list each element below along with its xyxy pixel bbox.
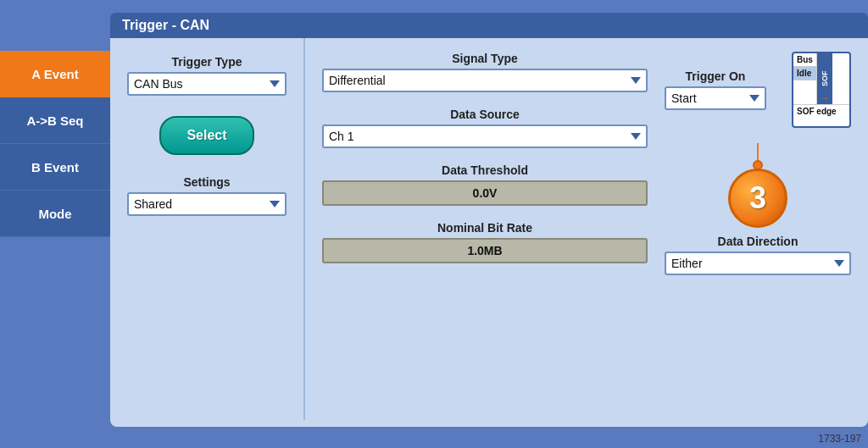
data-source-value: Ch 1: [329, 130, 627, 143]
trigger-on-dropdown[interactable]: Start: [665, 86, 766, 110]
sidebar-item-mode[interactable]: Mode: [0, 191, 110, 237]
trigger-type-group: Trigger Type CAN Bus: [127, 55, 287, 96]
main-panel: Trigger - CAN Trigger Type CAN Bus Selec…: [110, 13, 868, 427]
preview-labels: Bus Idle: [793, 53, 817, 104]
signal-type-label: Signal Type: [322, 52, 648, 65]
settings-arrow-icon: [270, 201, 280, 207]
select-button[interactable]: Select: [159, 116, 253, 155]
preview-box: Bus Idle SOF → SOF edge: [792, 52, 851, 128]
settings-label: Settings: [127, 175, 287, 189]
sidebar: A Event A->B Seq B Event Mode: [0, 0, 110, 448]
trigger-on-field: Trigger On Start: [665, 69, 766, 110]
trigger-on-value: Start: [671, 91, 746, 105]
signal-type-arrow-icon: [631, 77, 641, 84]
left-column: Trigger Type CAN Bus Select Settings Sha…: [110, 38, 305, 420]
preview-inner: Bus Idle SOF →: [793, 53, 849, 104]
settings-value: Shared: [134, 197, 266, 211]
data-direction-value: Either: [671, 257, 831, 270]
sidebar-item-b-event[interactable]: B Event: [0, 144, 110, 191]
preview-bottom-label: SOF edge: [793, 104, 849, 118]
data-direction-arrow-icon: [834, 260, 844, 267]
preview-arrow-icon: →: [821, 93, 829, 102]
trigger-type-dropdown[interactable]: CAN Bus: [127, 72, 287, 96]
nominal-bit-rate-group: Nominal Bit Rate 1.0MB: [322, 221, 648, 263]
footer: 1733-197: [811, 429, 868, 448]
data-direction-group: Data Direction Either: [665, 235, 851, 275]
signal-type-dropdown[interactable]: Differential: [322, 69, 648, 92]
title-bar: Trigger - CAN: [110, 13, 868, 38]
right-area: Signal Type Differential Data Source Ch …: [305, 38, 868, 420]
preview-idle-label: Idle: [793, 67, 816, 80]
step-badge: 3: [728, 169, 787, 228]
settings-group: Settings Shared: [127, 175, 287, 216]
right-side-column: Trigger On Start Bus Idle: [665, 52, 851, 407]
data-threshold-value: 0.0V: [322, 180, 648, 206]
panel-title: Trigger - CAN: [122, 18, 209, 32]
trigger-on-label: Trigger On: [665, 69, 766, 83]
trigger-on-arrow-icon: [749, 95, 760, 102]
data-direction-dropdown[interactable]: Either: [665, 252, 851, 275]
signal-type-value: Differential: [329, 74, 627, 87]
settings-dropdown[interactable]: Shared: [127, 192, 287, 216]
trigger-on-group: Trigger On Start Bus Idle: [665, 52, 851, 128]
badge-container: 3: [665, 143, 851, 219]
middle-column: Signal Type Differential Data Source Ch …: [322, 52, 665, 407]
trigger-type-value: CAN Bus: [134, 77, 266, 91]
signal-type-group: Signal Type Differential: [322, 52, 648, 92]
data-source-group: Data Source Ch 1: [322, 108, 648, 148]
nominal-bit-rate-value: 1.0MB: [322, 238, 648, 263]
trigger-type-arrow-icon: [270, 80, 280, 87]
nominal-bit-rate-label: Nominal Bit Rate: [322, 221, 648, 235]
data-source-label: Data Source: [322, 108, 648, 121]
sidebar-item-a-event[interactable]: A Event: [0, 51, 110, 97]
preview-bus-label: Bus: [793, 53, 816, 67]
sidebar-item-a-b-seq[interactable]: A->B Seq: [0, 97, 110, 144]
data-threshold-group: Data Threshold 0.0V: [322, 163, 648, 206]
data-source-arrow-icon: [631, 133, 641, 140]
preview-right: SOF →: [817, 53, 849, 104]
trigger-type-label: Trigger Type: [127, 55, 287, 69]
data-threshold-label: Data Threshold: [322, 163, 648, 177]
data-direction-label: Data Direction: [665, 235, 851, 248]
data-source-dropdown[interactable]: Ch 1: [322, 124, 648, 148]
content-area: Trigger Type CAN Bus Select Settings Sha…: [110, 38, 868, 420]
